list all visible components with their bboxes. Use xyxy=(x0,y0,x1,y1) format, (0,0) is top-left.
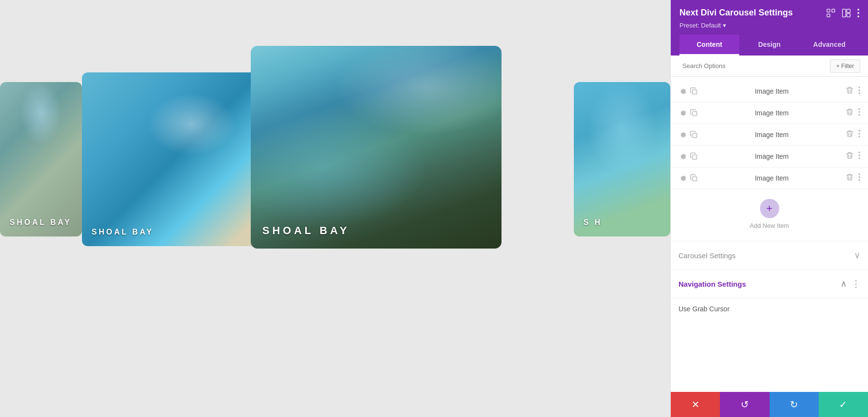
svg-rect-4 xyxy=(847,9,850,13)
more-options-icon[interactable] xyxy=(857,9,859,17)
svg-point-8 xyxy=(857,15,859,17)
search-bar: + Filter xyxy=(671,56,868,77)
item-copy-icon-2[interactable] xyxy=(690,131,698,139)
navigation-settings-title: Navigation Settings xyxy=(678,280,746,288)
carousel-settings-title: Carousel Settings xyxy=(678,251,735,260)
item-delete-icon-1[interactable] xyxy=(846,108,854,118)
item-copy-icon-1[interactable] xyxy=(690,109,698,117)
cancel-button[interactable]: ✕ xyxy=(671,392,720,417)
svg-point-28 xyxy=(858,179,860,181)
item-row: Image Item xyxy=(671,102,868,124)
carousel-card-far-left[interactable]: SHOAL BAY xyxy=(0,82,82,236)
undo-button[interactable]: ↺ xyxy=(720,392,769,417)
tab-content[interactable]: Content xyxy=(679,35,739,56)
item-settings-icon-2[interactable] xyxy=(678,131,686,139)
navigation-settings-section[interactable]: Navigation Settings ∧ ⋮ xyxy=(671,270,868,298)
card-label-right: S H xyxy=(583,218,602,227)
canvas-area: SHOAL BAY SHOAL BAY SHOAL BAY S H xyxy=(0,0,670,417)
svg-rect-3 xyxy=(842,9,846,17)
svg-point-10 xyxy=(858,86,860,88)
items-container: Image Item xyxy=(671,81,868,189)
svg-point-24 xyxy=(858,157,860,159)
carousel-card-center[interactable]: SHOAL BAY xyxy=(251,46,502,249)
item-settings-icon-4[interactable] xyxy=(678,174,686,182)
card-label-left: SHOAL BAY xyxy=(92,228,153,236)
item-right-icons-3 xyxy=(846,152,860,161)
settings-panel: Next Divi Carousel Settings xyxy=(670,0,868,417)
carousel-settings-section[interactable]: Carousel Settings ∨ xyxy=(671,241,868,270)
item-right-icons-4 xyxy=(846,173,860,183)
svg-point-20 xyxy=(858,136,860,138)
save-icon: ✓ xyxy=(839,399,847,410)
svg-rect-0 xyxy=(827,9,830,12)
navigation-settings-chevron-icon[interactable]: ∧ xyxy=(841,278,847,289)
item-settings-icon-3[interactable] xyxy=(678,153,686,160)
item-more-icon-1[interactable] xyxy=(858,108,860,118)
svg-point-14 xyxy=(858,108,860,110)
svg-point-27 xyxy=(858,176,860,178)
svg-rect-2 xyxy=(827,14,830,17)
item-row: Image Item xyxy=(671,81,868,102)
use-grab-cursor-row: Use Grab Cursor xyxy=(671,298,868,320)
item-left-icons-4 xyxy=(678,174,698,182)
card-label-far-left: SHOAL BAY xyxy=(10,218,71,227)
add-new-circle-icon: + xyxy=(760,199,779,218)
add-new-label: Add New Item xyxy=(750,222,789,229)
svg-rect-17 xyxy=(692,133,697,138)
navigation-settings-more-icon[interactable]: ⋮ xyxy=(852,278,860,289)
svg-point-22 xyxy=(858,152,860,153)
redo-button[interactable]: ↻ xyxy=(770,392,819,417)
item-more-icon-2[interactable] xyxy=(858,130,860,139)
svg-rect-13 xyxy=(692,111,697,116)
tab-design[interactable]: Design xyxy=(739,35,799,56)
item-left-icons-0 xyxy=(678,87,698,95)
item-right-icons-1 xyxy=(846,108,860,118)
item-label-2: Image Item xyxy=(703,131,841,139)
tab-advanced[interactable]: Advanced xyxy=(800,35,859,56)
svg-point-7 xyxy=(857,12,859,14)
svg-point-19 xyxy=(858,133,860,135)
item-left-icons-3 xyxy=(678,153,698,160)
items-list: Image Item xyxy=(671,77,868,417)
panel-preset[interactable]: Preset: Default ▾ xyxy=(679,22,859,29)
item-delete-icon-2[interactable] xyxy=(846,130,854,139)
item-right-icons-0 xyxy=(846,86,860,96)
layout-icon[interactable] xyxy=(842,9,851,17)
item-settings-icon-1[interactable] xyxy=(678,109,686,117)
item-settings-icon-0[interactable] xyxy=(678,87,686,95)
item-delete-icon-4[interactable] xyxy=(846,173,854,183)
item-copy-icon-0[interactable] xyxy=(690,87,698,95)
use-grab-cursor-label: Use Grab Cursor xyxy=(678,305,730,313)
item-copy-icon-3[interactable] xyxy=(690,153,698,160)
item-label-4: Image Item xyxy=(703,174,841,182)
search-input[interactable] xyxy=(678,56,830,76)
svg-point-23 xyxy=(858,154,860,156)
expand-icon[interactable] xyxy=(827,9,835,17)
item-copy-icon-4[interactable] xyxy=(690,174,698,182)
svg-rect-1 xyxy=(832,9,835,12)
item-left-icons-2 xyxy=(678,131,698,139)
item-more-icon-4[interactable] xyxy=(858,173,860,183)
bottom-action-bar: ✕ ↺ ↻ ✓ xyxy=(671,392,868,417)
svg-point-6 xyxy=(857,9,859,11)
svg-rect-5 xyxy=(847,14,850,17)
item-label-1: Image Item xyxy=(703,109,841,117)
item-delete-icon-3[interactable] xyxy=(846,152,854,161)
carousel-settings-chevron-icon: ∨ xyxy=(854,250,860,261)
save-button[interactable]: ✓ xyxy=(819,392,868,417)
svg-rect-21 xyxy=(692,155,697,159)
item-row: Image Item xyxy=(671,124,868,146)
add-new-item-button[interactable]: + Add New Item xyxy=(671,189,868,241)
filter-button[interactable]: + Filter xyxy=(830,59,860,73)
carousel-card-right[interactable]: S H xyxy=(574,82,670,236)
svg-point-12 xyxy=(858,92,860,94)
nav-section-icons: ∧ ⋮ xyxy=(841,278,860,289)
carousel-card-left[interactable]: SHOAL BAY xyxy=(82,72,265,246)
card-label-center: SHOAL BAY xyxy=(262,224,350,237)
svg-point-16 xyxy=(858,114,860,116)
panel-header-top: Next Divi Carousel Settings xyxy=(679,8,859,18)
item-row: Image Item xyxy=(671,146,868,167)
item-more-icon-0[interactable] xyxy=(858,86,860,96)
item-more-icon-3[interactable] xyxy=(858,152,860,161)
item-delete-icon-0[interactable] xyxy=(846,86,854,96)
